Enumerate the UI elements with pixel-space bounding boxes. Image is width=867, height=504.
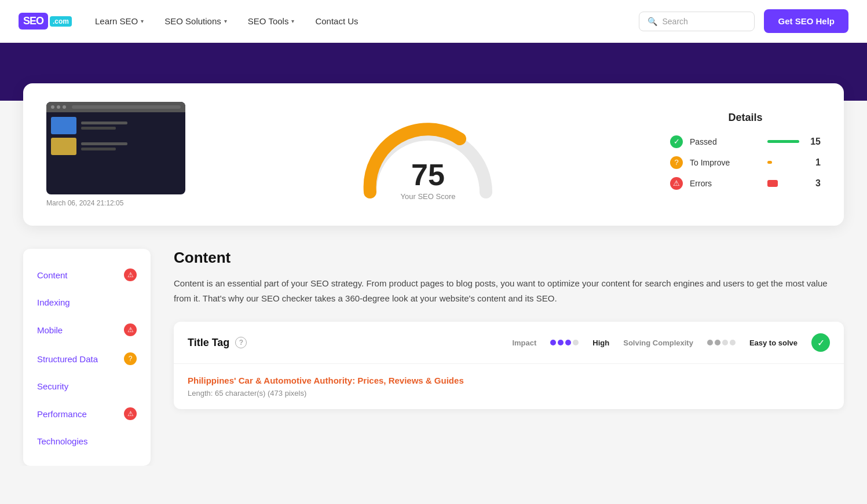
chevron-down-icon: ▾ [141,18,144,24]
title-tag-help-icon[interactable]: ? [235,337,247,348]
sidebar-label-content: Content [37,270,68,280]
complexity-dots [707,340,736,345]
complexity-dot-4 [730,340,736,345]
sidebar-label-security: Security [37,381,68,391]
nav-seo-tools[interactable]: SEO Tools ▾ [248,16,295,26]
sidebar-item-structured-data[interactable]: Structured Data ? [23,344,151,373]
tag-title-label: Title Tag [188,337,229,349]
sidebar-badge-content: ⚠ [124,268,137,281]
passed-check-icon: ✓ [811,333,830,352]
title-tag-card: Title Tag ? Impact High Solving Complexi… [174,322,844,409]
logo-seo: SEO [19,13,48,30]
main-content: Content ⚠ Indexing Mobile ⚠ Structured D… [0,226,867,466]
complexity-dot-2 [715,340,720,345]
sidebar-label-structured-data: Structured Data [37,354,98,364]
sidebar-badge-performance: ⚠ [124,407,137,420]
detail-row-improve: ? To Improve 1 [670,156,821,169]
svg-text:75: 75 [411,158,445,192]
nav-links: Learn SEO ▾ SEO Solutions ▾ SEO Tools ▾ … [95,16,639,26]
chevron-down-icon: ▾ [291,18,294,24]
sidebar-label-technologies: Technologies [37,436,88,446]
article-description: Content is an essential part of your SEO… [174,276,844,306]
chevron-down-icon: ▾ [224,18,227,24]
details-title: Details [670,112,821,124]
gauge-svg: 75 Your SEO Score [353,105,503,204]
details-panel: Details ✓ Passed 15 ? To Improve 1 ⚠ Err [670,112,821,198]
tag-card-title: Title Tag ? [188,337,247,349]
impact-dots [550,340,579,345]
scr-row2 [51,138,181,155]
nav-seo-solutions[interactable]: SEO Solutions ▾ [164,16,227,26]
passed-count: 15 [809,137,821,147]
search-placeholder: Search [662,17,687,26]
passed-bar [767,140,799,143]
search-icon: 🔍 [647,17,657,26]
impact-value: High [592,339,609,347]
error-bar-wrap [767,180,802,187]
scr-line2 [81,127,116,130]
complexity-dot-1 [707,340,713,345]
tag-card-header: Title Tag ? Impact High Solving Complexi… [174,322,844,364]
sidebar-item-content[interactable]: Content ⚠ [23,260,151,289]
error-bar [767,180,778,187]
browser-bar [46,102,185,112]
navbar: SEO .com Learn SEO ▾ SEO Solutions ▾ SEO… [0,0,867,43]
sidebar-item-mobile[interactable]: Mobile ⚠ [23,315,151,344]
svg-text:Your SEO Score: Your SEO Score [400,192,455,201]
tag-value: Philippines' Car & Automotive Authority:… [188,376,830,385]
tag-card-meta: Impact High Solving Complexity [512,333,830,352]
detail-name-improve: To Improve [690,158,760,167]
improve-icon: ? [670,156,683,169]
impact-dot-3 [565,340,571,345]
nav-learn-seo[interactable]: Learn SEO ▾ [95,16,144,26]
screenshot-content [46,112,185,160]
sidebar-label-performance: Performance [37,409,87,419]
search-box[interactable]: 🔍 Search [639,12,755,31]
sidebar-label-mobile: Mobile [37,325,63,335]
article-title: Content [174,249,844,267]
tag-length: Length: 65 character(s) (473 pixels) [188,389,830,398]
scr-row [51,117,181,134]
screenshot-preview-wrap: March 06, 2024 21:12:05 [46,102,185,207]
impact-dot-4 [573,340,579,345]
logo[interactable]: SEO .com [19,13,72,30]
scr-lines2 [81,142,127,150]
sidebar-item-technologies[interactable]: Technologies [23,428,151,454]
scr-lines [81,122,127,130]
improve-count: 1 [809,157,821,168]
scr-line [81,122,127,124]
improve-bar [767,161,772,164]
sidebar-badge-structured-data: ? [124,352,137,365]
gauge-wrap: 75 Your SEO Score [208,105,647,204]
complexity-value: Easy to solve [749,339,798,347]
browser-dot [51,105,54,109]
improve-bar-wrap [767,161,802,164]
impact-label: Impact [512,339,536,347]
article-desc-part2: That's why our SEO checker takes a 360-d… [203,293,557,303]
browser-dot [63,105,66,109]
score-card: March 06, 2024 21:12:05 75 Your SEO Scor… [23,83,844,226]
detail-row-passed: ✓ Passed 15 [670,135,821,148]
detail-row-error: ⚠ Errors 3 [670,177,821,190]
impact-dot-1 [550,340,556,345]
screenshot-date: March 06, 2024 21:12:05 [46,199,185,207]
sidebar-badge-mobile: ⚠ [124,323,137,336]
complexity-dot-3 [722,340,728,345]
sidebar-item-indexing[interactable]: Indexing [23,289,151,315]
detail-name-error: Errors [690,179,760,188]
logo-com: .com [50,16,72,27]
tag-card-body: Philippines' Car & Automotive Authority:… [174,364,844,409]
article: Content Content is an essential part of … [151,249,844,466]
sidebar-item-security[interactable]: Security [23,373,151,399]
passed-bar-wrap [767,140,802,143]
score-card-wrap: March 06, 2024 21:12:05 75 Your SEO Scor… [0,83,867,226]
scr-thumb [51,117,76,134]
get-seo-help-button[interactable]: Get SEO Help [764,9,848,33]
nav-contact-us[interactable]: Contact Us [315,16,358,26]
screenshot-preview [46,102,185,194]
error-icon: ⚠ [670,177,683,190]
detail-name-passed: Passed [690,137,760,146]
sidebar-label-indexing: Indexing [37,297,70,307]
passed-icon: ✓ [670,135,683,148]
sidebar-item-performance[interactable]: Performance ⚠ [23,399,151,428]
